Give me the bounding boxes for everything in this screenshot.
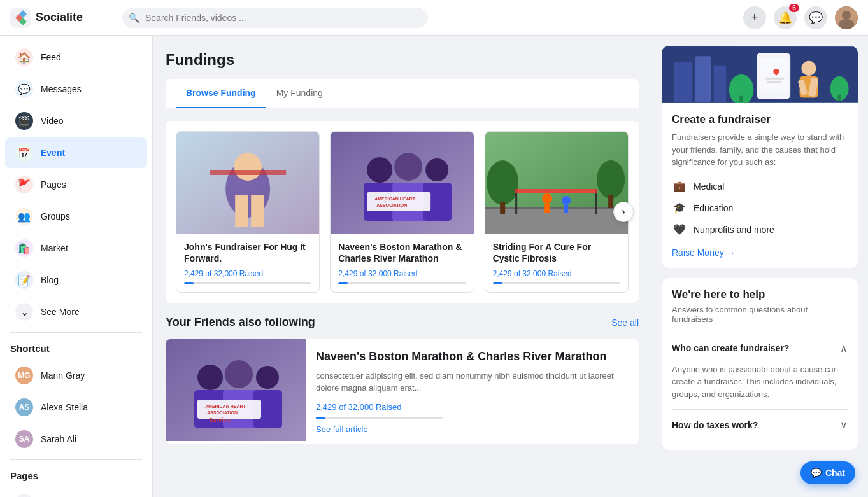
alexa-avatar: AS [15, 398, 33, 416]
friend-fund-card[interactable]: AMERICAN HEART ASSOCIATION Survivor Nave… [166, 339, 639, 444]
app-container: Socialite 🔍 + 🔔 6 💬 [0, 0, 868, 497]
tabs-container: Browse Funding My Funding [166, 79, 639, 108]
svg-point-27 [542, 193, 552, 204]
friend-fund-title: Naveen's Boston Marathon & Charles River… [316, 349, 629, 364]
sidebar-divider-2 [10, 459, 142, 460]
top-actions: + 🔔 6 💬 [743, 6, 858, 29]
svg-text:AMERICAN HEART: AMERICAN HEART [374, 197, 416, 201]
help-question-text-1: Who can create fundraiser? [672, 343, 840, 353]
friend-fund-progress [316, 417, 443, 419]
search-input[interactable] [122, 8, 428, 28]
help-question-2[interactable]: How do taxes work? ∨ [672, 409, 848, 440]
user-avatar-img [835, 6, 858, 29]
notifications-button[interactable]: 🔔 6 [774, 6, 797, 29]
sidebar-item-market[interactable]: 🛍️ Market [5, 233, 147, 263]
sidebar-item-pages[interactable]: 🚩 Pages [5, 169, 147, 200]
sidebar-label-blog: Blog [41, 275, 59, 285]
category-nonprofits: 🖤 Nunprofits and more [672, 222, 848, 237]
friend-fund-img: AMERICAN HEART ASSOCIATION Survivor [166, 339, 306, 441]
chat-button[interactable]: 💬 Chat [800, 461, 855, 484]
chat-icon: 💬 [811, 468, 822, 478]
svg-rect-51 [765, 78, 785, 80]
friend-fund-raised: 2,429 of 32,000 Raised [316, 402, 629, 412]
carousel-next-button[interactable]: › [613, 202, 634, 222]
help-card: We're here to help Answers to common que… [662, 278, 858, 451]
svg-point-12 [394, 153, 422, 181]
svg-rect-41 [197, 400, 261, 419]
fund-card-3[interactable]: Striding For A Cure For Cystic Fibrosis … [485, 131, 629, 293]
medical-icon: 💼 [672, 179, 687, 194]
fund-card-title-3: Striding For A Cure For Cystic Fibrosis [493, 241, 620, 264]
fund-cards-section: John's Fundraiser For Hug It Forward. 2,… [166, 121, 639, 303]
heart-icon: 🖤 [672, 222, 687, 237]
sidebar-label-event: Event [41, 148, 65, 158]
category-medical: 💼 Medical [672, 179, 848, 194]
shortcut-item-alexa[interactable]: AS Alexa Stella [5, 392, 147, 423]
add-button[interactable]: + [743, 6, 766, 29]
svg-rect-47 [695, 56, 711, 102]
tab-my-funding[interactable]: My Funding [266, 79, 333, 108]
fund-card-progress-bar-2 [338, 282, 348, 284]
sidebar-item-event[interactable]: 📅 Event [5, 137, 147, 168]
notification-badge: 6 [789, 4, 799, 12]
help-desc: Answers to common questions about fundra… [672, 305, 848, 324]
messages-button[interactable]: 💬 [804, 6, 827, 29]
help-question-text-2: How do taxes work? [672, 420, 840, 430]
sidebar: 🏠 Feed 💬 Messages 🎬 Video 📅 Event 🚩 Page… [0, 36, 153, 497]
fundraiser-banner [662, 46, 858, 103]
svg-rect-52 [767, 81, 782, 83]
category-education: 🎓 Education [672, 200, 848, 216]
sidebar-item-messages[interactable]: 💬 Messages [5, 74, 147, 104]
fund-card-raised-1: 2,429 of 32,000 Raised [184, 269, 311, 278]
fund-card-raised-3: 2,429 of 32,000 Raised [493, 269, 620, 278]
search-icon: 🔍 [129, 13, 139, 23]
sidebar-item-feed[interactable]: 🏠 Feed [5, 42, 147, 73]
svg-text:Survivor: Survivor [209, 417, 232, 423]
sidebar-item-video[interactable]: 🎬 Video [5, 106, 147, 136]
sidebar-item-blog[interactable]: 📝 Blog [5, 265, 147, 295]
tab-browse-funding[interactable]: Browse Funding [176, 79, 266, 108]
fund-card-body-1: John's Fundraiser For Hug It Forward. 2,… [176, 234, 319, 292]
event-icon: 📅 [15, 144, 33, 162]
settings-icon: ⚙️ [15, 494, 33, 497]
sarah-avatar: SA [15, 430, 33, 448]
fund-card-raised-2: 2,429 of 32,000 Raised [338, 269, 466, 278]
svg-point-35 [197, 365, 223, 390]
shortcut-item-sarah[interactable]: SA Sarah Ali [5, 424, 147, 454]
page-title: Fundings [166, 51, 639, 69]
shortcut-item-marin[interactable]: MG Marin Gray [5, 360, 147, 391]
main-layout: 🏠 Feed 💬 Messages 🎬 Video 📅 Event 🚩 Page… [0, 36, 868, 497]
chat-label: Chat [825, 468, 845, 478]
fundraiser-card-title: Create a fundraiser [672, 113, 848, 126]
sidebar-label-market: Market [41, 243, 68, 253]
fund-card-2[interactable]: AMERICAN HEART ASSOCIATION Naveen's Bost… [330, 131, 474, 293]
user-avatar[interactable] [835, 6, 858, 29]
help-title: We're here to help [672, 288, 848, 301]
fund-card-1[interactable]: John's Fundraiser For Hug It Forward. 2,… [176, 131, 320, 293]
svg-text:AMERICAN HEART: AMERICAN HEART [205, 404, 246, 409]
help-question-1[interactable]: Who can create fundraiser? ∧ [672, 333, 848, 363]
fund-card-img-2: AMERICAN HEART ASSOCIATION [331, 132, 473, 234]
see-more-icon: ⌄ [15, 303, 33, 321]
friends-section-header: Your Friends also following See all [166, 316, 639, 329]
help-answer-1: Anyone who is passionate about a cause c… [672, 363, 848, 410]
svg-rect-22 [485, 207, 628, 209]
fund-card-body-3: Striding For A Cure For Cystic Fibrosis … [485, 234, 628, 292]
svg-point-2 [842, 11, 851, 20]
fund-card-body-2: Naveen's Boston Marathon & Charles River… [331, 234, 473, 292]
shortcut-section-title: Shortcut [0, 338, 152, 359]
top-bar: Socialite 🔍 + 🔔 6 💬 [0, 0, 868, 36]
sidebar-item-see-more[interactable]: ⌄ See More [5, 297, 147, 327]
app-name: Socialite [36, 11, 83, 24]
raise-money-button[interactable]: Raise Money → [672, 248, 848, 258]
sidebar-item-groups[interactable]: 👥 Groups [5, 201, 147, 232]
svg-rect-46 [674, 62, 692, 102]
chevron-down-icon: ∨ [840, 419, 848, 431]
see-full-article-link[interactable]: See full article [316, 424, 629, 434]
svg-point-23 [487, 160, 518, 205]
chevron-up-icon: ∧ [840, 342, 848, 354]
friend-fund-desc: consectetuer adipiscing elit, sed diam n… [316, 370, 629, 395]
messages-icon: 💬 [15, 80, 33, 98]
sidebar-item-setting[interactable]: ⚙️ Setting [5, 487, 147, 497]
see-all-link[interactable]: See all [611, 318, 639, 328]
